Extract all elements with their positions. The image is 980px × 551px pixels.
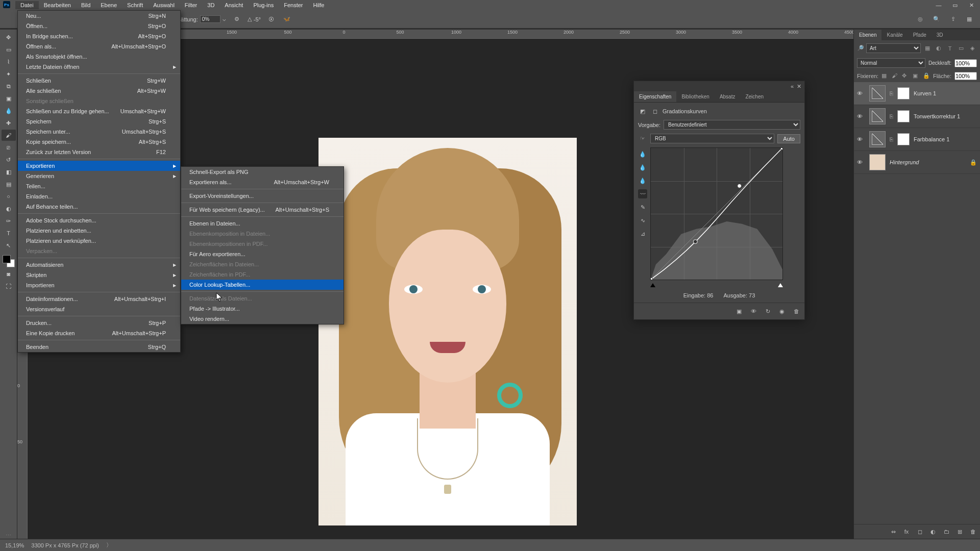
dodge-tool[interactable]: ◐ [2, 203, 16, 214]
layer-mask-thumb[interactable] [897, 87, 910, 99]
file-menu-item-17[interactable]: Generieren [18, 171, 180, 181]
filter-smart-icon[interactable]: ◈ [968, 44, 977, 53]
layer-visibility-icon[interactable]: 👁 [857, 113, 865, 119]
share-icon[interactable]: ⇪ [948, 15, 958, 24]
blur-tool[interactable]: ○ [2, 191, 16, 202]
filter-adjust-icon[interactable]: ◐ [934, 44, 943, 53]
properties-panel[interactable]: « ✕ EigenschaftenBibliothekenAbsatzZeich… [633, 81, 805, 320]
properties-tab-1[interactable]: Bibliotheken [676, 91, 714, 102]
export-menu-item-5[interactable]: Für Web speichern (Legacy)...Alt+Umschal… [181, 205, 344, 215]
menubar-item-auswahl[interactable]: Auswahl [148, 1, 180, 9]
file-menu-item-27[interactable]: Automatisieren [18, 260, 180, 270]
export-menu-item-17[interactable]: Video rendern... [181, 314, 344, 324]
curve-pencil-tool[interactable]: ✎ [638, 203, 647, 212]
blend-mode-select[interactable]: Normal [857, 58, 925, 68]
path-tool[interactable]: ↖ [2, 240, 16, 251]
layer-name[interactable]: Farbbalance 1 [914, 136, 949, 142]
menubar-item-fenster[interactable]: Fenster [279, 1, 308, 9]
doc-info-chevron[interactable]: 〉 [106, 541, 112, 549]
layers-panel[interactable]: EbenenKanälePfade3D 🔎 Art ▦ ◐ T ▭ ◈ Norm… [853, 30, 980, 539]
layer-thumbnail[interactable] [869, 85, 886, 102]
file-menu-item-28[interactable]: Skripten [18, 270, 180, 280]
curve-edit-tool[interactable]: 〰 [638, 189, 647, 198]
layers-tab-0[interactable]: Ebenen [854, 30, 881, 40]
layer-row[interactable]: 👁⎘Tonwertkorrektur 1 [854, 105, 980, 128]
export-menu-item-1[interactable]: Exportieren als...Alt+Umschalt+Strg+W [181, 177, 344, 187]
screenmode-tool[interactable]: ⛶ [2, 281, 16, 292]
menubar-item-bild[interactable]: Bild [76, 1, 95, 9]
file-menu-item-20[interactable]: Auf Behance teilen... [18, 202, 180, 212]
view-previous-icon[interactable]: 👁 [749, 307, 757, 315]
layer-name[interactable]: Kurven 1 [914, 90, 936, 96]
layers-tab-2[interactable]: Pfade [908, 30, 932, 40]
filter-search-icon[interactable]: 🔎 [857, 45, 864, 52]
layers-tab-1[interactable]: Kanäle [881, 30, 908, 40]
layer-link-icon[interactable]: ⎘ [890, 136, 893, 142]
link-layers-icon[interactable]: ⇔ [889, 528, 897, 536]
healing-tool[interactable]: ✚ [2, 117, 16, 129]
menubar-item-schrift[interactable]: Schrift [122, 1, 148, 9]
type-tool[interactable]: T [2, 228, 16, 239]
file-menu-item-35[interactable]: Eine Kopie druckenAlt+Umschalt+Strg+P [18, 328, 180, 338]
curves-black-white-slider[interactable] [650, 282, 783, 287]
toggle-visibility-icon[interactable]: ◉ [778, 307, 786, 315]
file-menu-item-34[interactable]: Drucken...Strg+P [18, 318, 180, 328]
doc-info[interactable]: 3300 Px x 4765 Px (72 ppi) [31, 542, 99, 548]
menubar-item-bearbeiten[interactable]: Bearbeiten [39, 1, 76, 9]
delete-layer-icon[interactable]: 🗑 [969, 528, 977, 536]
new-adjustment-icon[interactable]: ◐ [929, 528, 937, 536]
layer-link-icon[interactable]: ⎘ [890, 113, 893, 119]
file-menu-item-18[interactable]: Teilen... [18, 181, 180, 191]
quickmask-tool[interactable]: ◙ [2, 268, 16, 280]
layer-fx-icon[interactable]: fx [902, 528, 911, 536]
symmetry-icon[interactable]: 🦋 [282, 15, 291, 24]
wand-tool[interactable]: ✦ [2, 68, 16, 80]
export-menu-item-10[interactable]: Für Aero exportieren... [181, 249, 344, 259]
layer-thumbnail[interactable] [869, 154, 886, 170]
marquee-tool[interactable]: ▭ [2, 44, 16, 55]
reset-icon[interactable]: ↻ [764, 307, 772, 315]
layer-row[interactable]: 👁Hintergrund🔒 [854, 151, 980, 174]
file-menu-item-13[interactable]: Kopie speichern...Alt+Strg+S [18, 137, 180, 147]
file-menu-item-2[interactable]: In Bridge suchen...Alt+Strg+O [18, 31, 180, 41]
minimize-button[interactable]: — [931, 0, 946, 10]
lock-artboard-icon[interactable]: ▣ [913, 72, 920, 80]
layer-row[interactable]: 👁⎘Farbbalance 1 [854, 128, 980, 151]
white-point-eyedropper[interactable]: 💧 [638, 149, 647, 159]
toolbox-more[interactable]: ⋯ [6, 532, 11, 539]
file-menu-item-12[interactable]: Speichern unter...Umschalt+Strg+S [18, 127, 180, 137]
curve-clip-tool[interactable]: ⊿ [638, 229, 647, 238]
file-menu-item-31[interactable]: Dateiinformationen...Alt+Umschalt+Strg+I [18, 294, 180, 304]
file-menu-item-3[interactable]: Öffnen als...Alt+Umschalt+Strg+O [18, 41, 180, 52]
color-swatches[interactable] [3, 255, 15, 267]
layers-tab-3[interactable]: 3D [932, 30, 948, 40]
workspace-icon[interactable]: ▦ [965, 15, 974, 24]
brush-tool[interactable]: 🖌 [2, 130, 16, 141]
layer-row[interactable]: 👁⎘Kurven 1 [854, 82, 980, 105]
file-menu-item-10[interactable]: Schließen und zu Bridge gehen...Umschalt… [18, 106, 180, 116]
history-brush-tool[interactable]: ↺ [2, 154, 16, 165]
export-menu-item-16[interactable]: Pfade -> Illustrator... [181, 304, 344, 314]
black-point-eyedropper[interactable]: 💧 [638, 176, 647, 185]
filter-type-select[interactable]: Art [866, 43, 921, 53]
menubar-item-datei[interactable]: Datei [15, 1, 39, 9]
layer-thumbnail[interactable] [869, 108, 886, 124]
file-menu-item-0[interactable]: Neu...Strg+N [18, 11, 180, 21]
file-menu-item-8[interactable]: Alle schließenAlt+Strg+W [18, 86, 180, 96]
file-menu-item-19[interactable]: Einladen... [18, 191, 180, 202]
mask-icon[interactable]: ◻ [650, 107, 659, 116]
layer-name[interactable]: Tonwertkorrektur 1 [914, 113, 960, 119]
auto-button[interactable]: Auto [777, 134, 800, 143]
fill-input[interactable] [954, 72, 977, 80]
properties-tab-3[interactable]: Zeichen [740, 91, 769, 102]
file-menu-item-11[interactable]: SpeichernStrg+S [18, 116, 180, 127]
preset-select[interactable]: Benutzerdefiniert [664, 120, 800, 130]
file-menu-item-32[interactable]: Versionsverlauf [18, 304, 180, 314]
curves-graph[interactable] [650, 147, 783, 280]
smoothing-options-icon[interactable]: ⚙ [232, 15, 241, 24]
layer-link-icon[interactable]: ⎘ [890, 90, 893, 96]
menubar-item-filter[interactable]: Filter [180, 1, 202, 9]
lock-all-icon[interactable]: 🔒 [923, 72, 930, 80]
smoothing-input[interactable] [200, 15, 220, 23]
menubar-item-ansicht[interactable]: Ansicht [219, 1, 248, 9]
